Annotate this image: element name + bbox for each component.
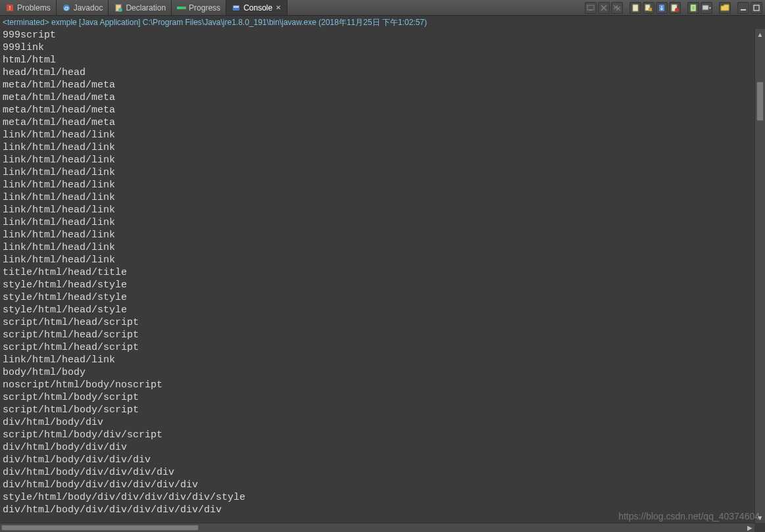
tab-problems[interactable]: ! Problems (0, 0, 57, 15)
tab-label: Progress (189, 3, 220, 12)
vertical-scrollbar[interactable]: ▲ ▼ (754, 29, 765, 523)
svg-point-5 (118, 8, 122, 12)
svg-rect-20 (741, 9, 746, 11)
remove-x-icon[interactable] (598, 2, 610, 14)
svg-rect-14 (649, 8, 652, 11)
svg-rect-7 (177, 7, 182, 9)
remove-all-x-icon[interactable] (611, 2, 623, 14)
doc-lock-icon[interactable] (643, 2, 654, 14)
folder-icon[interactable] (719, 2, 731, 14)
svg-rect-12 (633, 5, 638, 11)
tab-label: Javadoc (74, 3, 103, 12)
minimize-icon[interactable] (737, 2, 749, 14)
svg-rect-11 (589, 10, 592, 11)
vertical-scroll-thumb[interactable] (756, 82, 764, 121)
doc-red-icon[interactable] (669, 2, 681, 14)
close-icon[interactable]: ✕ (275, 5, 282, 11)
console-output[interactable]: 999script 999link html/html head/html/he… (0, 29, 765, 516)
svg-rect-21 (754, 5, 759, 11)
console-toolbar (585, 0, 765, 15)
tab-console[interactable]: Console ✕ (226, 0, 287, 15)
svg-point-17 (675, 8, 679, 12)
scroll-icon[interactable] (656, 2, 668, 14)
svg-text:@: @ (64, 5, 69, 11)
tab-javadoc[interactable]: @ Javadoc (57, 0, 109, 15)
tab-declaration[interactable]: Declaration (109, 0, 172, 15)
view-tabbar: ! Problems @ Javadoc Declaration Progres… (0, 0, 765, 16)
horizontal-scrollbar[interactable]: ◀ ▶ (0, 523, 754, 532)
console-viewport: 999script 999link html/html head/html/he… (0, 29, 765, 523)
svg-rect-10 (587, 5, 594, 10)
console-icon (232, 3, 241, 12)
javadoc-icon: @ (62, 3, 71, 12)
svg-text:!: ! (9, 5, 11, 11)
display-dropdown-icon[interactable] (701, 2, 712, 14)
tab-label: Declaration (126, 3, 166, 12)
tab-label: Problems (17, 3, 51, 12)
doc-icon[interactable] (629, 2, 641, 14)
watermark-text: https://blog.csdn.net/qq_40374604 (618, 511, 760, 521)
scroll-right-arrow[interactable]: ▶ (745, 523, 754, 532)
console-process-header: <terminated> exmple [Java Application] C… (0, 16, 765, 29)
scroll-up-arrow[interactable]: ▲ (755, 29, 765, 39)
horizontal-scroll-thumb[interactable] (1, 525, 199, 531)
declaration-icon (114, 3, 123, 12)
screen-icon[interactable] (585, 2, 597, 14)
maximize-icon[interactable] (751, 2, 762, 14)
svg-rect-9 (234, 6, 239, 8)
notepad-icon[interactable] (687, 2, 699, 14)
tab-label: Console (243, 3, 272, 12)
progress-icon (177, 3, 186, 12)
svg-rect-19 (703, 5, 708, 10)
problems-icon: ! (5, 3, 14, 12)
tab-progress[interactable]: Progress (172, 0, 226, 15)
